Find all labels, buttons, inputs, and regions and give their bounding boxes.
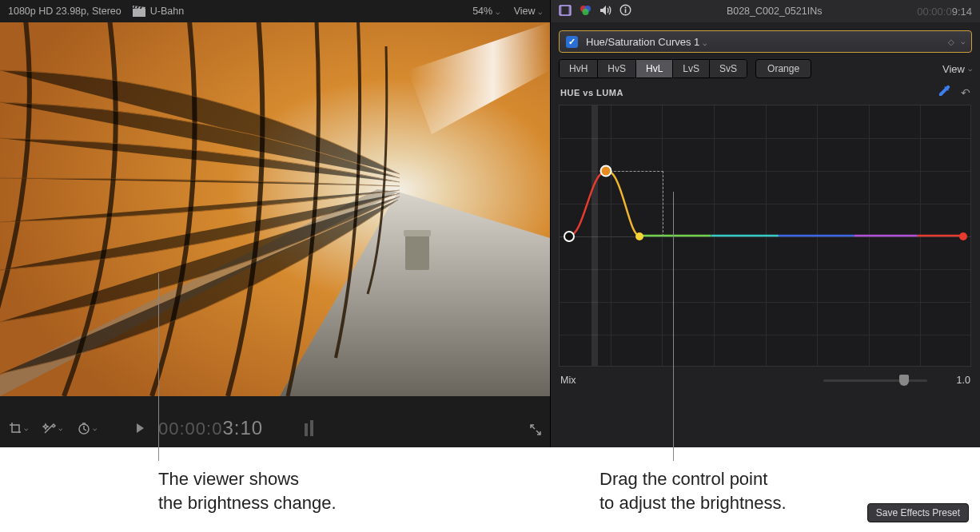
caption-left: The viewer shows the brightness change. — [158, 467, 337, 514]
preview-image — [0, 22, 550, 396]
curve-graph[interactable] — [559, 105, 971, 367]
view-dropdown[interactable]: View ⌵ — [514, 6, 542, 17]
tab-hvh[interactable]: HvH — [560, 60, 598, 77]
svg-rect-8 — [560, 6, 562, 15]
timecode-display[interactable]: 00:00:03:10 — [158, 417, 263, 439]
curve-panel: HUE vs LUMA ↶ — [559, 83, 972, 447]
control-point-start[interactable] — [564, 231, 575, 242]
control-point-peak[interactable] — [600, 165, 612, 177]
effect-title-bar[interactable]: Hue/Saturation Curves 1 ⌵ ◇ ⌵ — [559, 30, 972, 53]
svg-rect-4 — [405, 234, 429, 270]
eyedropper-icon[interactable] — [938, 85, 951, 100]
mix-value: 1.0 — [938, 375, 970, 386]
effect-name-dropdown[interactable]: Hue/Saturation Curves 1 ⌵ — [586, 36, 707, 48]
color-preset-button[interactable]: Orange — [755, 59, 811, 78]
tab-svs[interactable]: SvS — [710, 60, 747, 77]
caption-right: Drag the control point to adjust the bri… — [600, 467, 787, 514]
svg-point-14 — [625, 7, 627, 9]
format-label: 1080p HD 23.98p, Stereo — [8, 6, 122, 17]
svg-rect-15 — [625, 9, 627, 13]
prev-next-correction[interactable]: ◇ — [948, 38, 953, 46]
svg-point-12 — [583, 9, 589, 15]
retime-tool-dropdown[interactable]: ⌵ — [77, 421, 97, 435]
tab-hvs[interactable]: HvS — [598, 60, 636, 77]
curve-type-segmented[interactable]: HvH HvS HvL LvS SvS — [559, 59, 747, 78]
enhance-tool-dropdown[interactable]: ⌵ — [42, 421, 62, 435]
mix-row: Mix 1.0 — [559, 367, 972, 394]
audio-inspector-icon[interactable] — [600, 5, 612, 18]
viewer-pane: 1080p HD 23.98p, Stereo U-Bahn 54% ⌵ Vie… — [0, 0, 550, 447]
app-window: 1080p HD 23.98p, Stereo U-Bahn 54% ⌵ Vie… — [0, 0, 980, 447]
color-inspector-icon[interactable] — [580, 4, 592, 18]
timecode-dim: 00:00:0 — [158, 419, 222, 439]
timecode-lit: 3:10 — [222, 417, 263, 439]
viewer-toolbar: ⌵ ⌵ ⌵ 00:00:03:10 — [0, 396, 550, 447]
info-inspector-icon[interactable] — [619, 4, 631, 18]
crop-tool-dropdown[interactable]: ⌵ — [8, 421, 28, 435]
clapboard-icon: U-Bahn — [133, 6, 184, 17]
inspector-header: B028_C002_0521INs 00:00:09:14 — [551, 0, 980, 22]
tab-lvs[interactable]: LvS — [673, 60, 710, 77]
control-point-yellow[interactable] — [635, 232, 643, 240]
mix-label: Mix — [560, 375, 576, 386]
svg-rect-5 — [404, 230, 431, 236]
play-button[interactable] — [137, 423, 144, 433]
control-point-end[interactable] — [959, 232, 967, 240]
reset-curve-icon[interactable]: ↶ — [961, 86, 970, 99]
viewer-canvas[interactable] — [0, 22, 550, 396]
svg-rect-9 — [569, 6, 572, 15]
inspector-timecode: 00:00:09:14 — [917, 6, 972, 18]
curve-path — [560, 105, 970, 366]
curve-title: HUE vs LUMA — [560, 88, 623, 97]
callout-line-right — [673, 192, 674, 461]
viewer-header: 1080p HD 23.98p, Stereo U-Bahn 54% ⌵ Vie… — [0, 0, 550, 22]
clip-name: U-Bahn — [150, 6, 184, 17]
effect-menu-chevron[interactable]: ⌵ — [961, 38, 965, 46]
curve-tab-row: HvH HvS HvL LvS SvS Orange View ⌵ — [559, 59, 972, 78]
inspector-pane: B028_C002_0521INs 00:00:09:14 Hue/Satura… — [550, 0, 980, 447]
curve-view-dropdown[interactable]: View ⌵ — [942, 63, 972, 75]
fullscreen-button[interactable] — [529, 423, 542, 439]
zoom-dropdown[interactable]: 54% ⌵ — [472, 6, 500, 17]
tab-hvl[interactable]: HvL — [636, 60, 673, 77]
callout-line-left — [158, 273, 159, 461]
save-effects-preset-button[interactable]: Save Effects Preset — [867, 503, 969, 522]
effect-enable-checkbox[interactable] — [566, 36, 578, 48]
mix-slider[interactable] — [823, 375, 927, 386]
video-inspector-icon[interactable] — [559, 5, 572, 18]
inspector-clip-name: B028_C002_0521INs — [727, 6, 823, 17]
audio-meter — [305, 420, 313, 436]
